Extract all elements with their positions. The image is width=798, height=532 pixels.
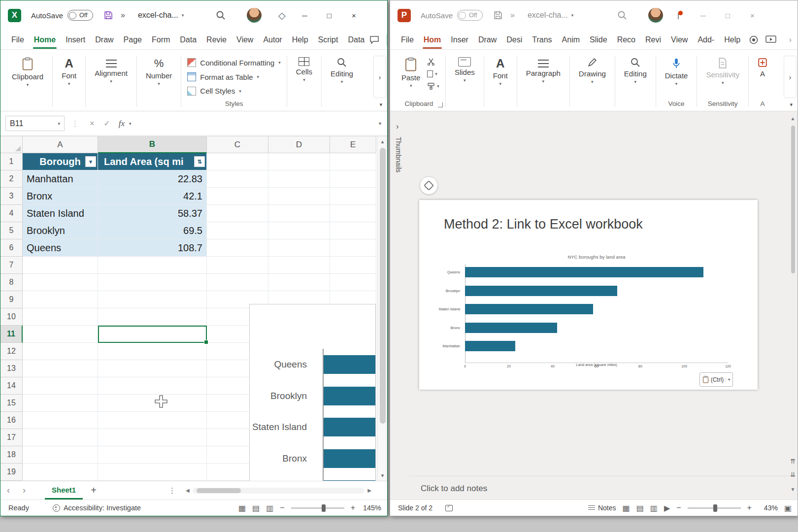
excel-tab-data[interactable]: Data: [175, 31, 201, 49]
cell-A16[interactable]: [23, 412, 98, 429]
notes-divider[interactable]: [409, 476, 790, 476]
row-header-6[interactable]: 6: [0, 239, 23, 257]
cell-E4[interactable]: [330, 205, 376, 222]
chart-bar-queens[interactable]: [323, 355, 376, 374]
cell-B2[interactable]: 22.83: [98, 170, 207, 188]
cell-B8[interactable]: [98, 274, 207, 291]
document-title[interactable]: excel-cha... ▾: [528, 11, 573, 20]
close-button[interactable]: ×: [740, 4, 765, 26]
excel-tab-page[interactable]: Page: [119, 31, 147, 49]
quick-access-overflow-icon[interactable]: »: [121, 11, 125, 20]
chart-bar-manhattan[interactable]: [323, 480, 376, 481]
notification-icon[interactable]: [674, 11, 683, 20]
cell-E2[interactable]: [330, 170, 376, 188]
cell-A3[interactable]: Bronx: [23, 188, 98, 205]
row-header-16[interactable]: 16: [0, 412, 23, 429]
cell-C4[interactable]: [207, 205, 268, 222]
scrollbar-thumb[interactable]: [791, 126, 795, 273]
scroll-down-icon[interactable]: ▼: [791, 484, 796, 495]
cell-D8[interactable]: [268, 274, 330, 291]
row-header-9[interactable]: 9: [0, 291, 23, 308]
cell-B16[interactable]: [98, 412, 207, 429]
dictate-button[interactable]: Dictate ▾: [662, 56, 691, 87]
column-header-B[interactable]: B: [98, 136, 207, 153]
horizontal-scrollbar[interactable]: ◀ ▶: [183, 488, 387, 494]
row-header-7[interactable]: 7: [0, 257, 23, 274]
scrollbar-thumb[interactable]: [197, 488, 241, 493]
cell-A4[interactable]: Staten Island: [23, 205, 98, 222]
cell-D7[interactable]: [268, 257, 330, 274]
excel-tab-help[interactable]: Help: [287, 31, 313, 49]
row-header-17[interactable]: 17: [0, 429, 23, 446]
chart-bar-bronx[interactable]: [323, 449, 376, 468]
vertical-scrollbar[interactable]: ▲ ▼: [377, 136, 387, 481]
excel-tab-view[interactable]: View: [232, 31, 258, 49]
cell-B9[interactable]: [98, 291, 207, 308]
chart-bar-statenisland[interactable]: [323, 418, 376, 436]
maximize-button[interactable]: □: [715, 4, 740, 26]
cell-A15[interactable]: [23, 395, 98, 412]
excel-tab-data[interactable]: Data: [343, 31, 369, 49]
vertical-scrollbar[interactable]: ▲ ⇈ ⇊ ▼: [789, 113, 797, 498]
excel-tab-file[interactable]: File: [6, 31, 29, 49]
row-header-12[interactable]: 12: [0, 343, 23, 360]
excel-tab-insert[interactable]: Insert: [61, 31, 90, 49]
search-icon[interactable]: [616, 9, 629, 22]
zoom-in-icon[interactable]: +: [747, 503, 752, 512]
cell-A9[interactable]: [23, 291, 98, 308]
ppt-tab-desi[interactable]: Desi: [501, 31, 527, 49]
zoom-out-icon[interactable]: −: [676, 503, 681, 512]
enter-icon[interactable]: ✓: [100, 119, 114, 128]
column-header-C[interactable]: C: [207, 136, 268, 153]
zoom-knob[interactable]: [322, 504, 326, 512]
cell-E8[interactable]: [330, 274, 376, 291]
cell-A11[interactable]: [23, 326, 98, 343]
cell-B1[interactable]: Land Area (sq mi⇅: [98, 153, 207, 170]
cell-A18[interactable]: [23, 446, 98, 464]
copy-button[interactable]: ▾: [427, 70, 439, 77]
cell-B13[interactable]: [98, 360, 207, 377]
excel-tab-script[interactable]: Script: [313, 31, 343, 49]
zoom-level[interactable]: 145%: [362, 504, 381, 512]
ppt-tab-view[interactable]: View: [666, 31, 693, 49]
editing-button[interactable]: Editing ▾: [621, 56, 650, 85]
slide-title[interactable]: Method 2: Link to Excel workbook: [444, 217, 643, 232]
cell-B15[interactable]: [98, 395, 207, 412]
slides-button[interactable]: Slides ▾: [452, 56, 478, 84]
cell-C5[interactable]: [207, 222, 268, 239]
cell-C8[interactable]: [207, 274, 268, 291]
ppt-tab-anim[interactable]: Anim: [557, 31, 585, 49]
cell-D5[interactable]: [268, 222, 330, 239]
ppt-tab-file[interactable]: File: [396, 31, 419, 49]
cancel-icon[interactable]: ×: [85, 119, 100, 128]
cell-D6[interactable]: [268, 239, 330, 257]
font-button[interactable]: A Font ▾: [59, 56, 79, 87]
cell-A7[interactable]: [23, 257, 98, 274]
sheet-nav-right-icon[interactable]: ›: [16, 485, 32, 496]
sheet-options-icon[interactable]: ⋮: [168, 486, 176, 495]
avatar[interactable]: [648, 8, 663, 23]
formula-input[interactable]: [136, 116, 376, 131]
cell-A12[interactable]: [23, 343, 98, 360]
normal-view-icon[interactable]: ▦: [623, 503, 630, 513]
cell-D2[interactable]: [268, 170, 330, 188]
record-icon[interactable]: [749, 35, 759, 45]
chevron-right-icon[interactable]: ›: [789, 35, 792, 44]
cell-A5[interactable]: Brooklyn: [23, 222, 98, 239]
excel-tab-revie[interactable]: Revie: [201, 31, 232, 49]
cell-A2[interactable]: Manhattan: [23, 170, 98, 188]
share-button[interactable]: ▾: [386, 33, 388, 47]
minimize-button[interactable]: ─: [292, 4, 317, 26]
excel-app-icon[interactable]: X: [8, 9, 21, 22]
column-header-E[interactable]: E: [330, 136, 376, 153]
excel-tab-home[interactable]: Home: [29, 31, 61, 49]
designer-button[interactable]: [420, 176, 438, 195]
sort-filter-icon[interactable]: ⇅: [194, 156, 205, 167]
chart-bar-brooklyn[interactable]: [465, 286, 617, 296]
cell-D3[interactable]: [268, 188, 330, 205]
present-icon[interactable]: [765, 35, 776, 44]
zoom-level[interactable]: 43%: [758, 504, 778, 512]
notes-placeholder[interactable]: Click to add notes: [421, 484, 487, 494]
excel-tab-form[interactable]: Form: [147, 31, 175, 49]
cell-B7[interactable]: [98, 257, 207, 274]
